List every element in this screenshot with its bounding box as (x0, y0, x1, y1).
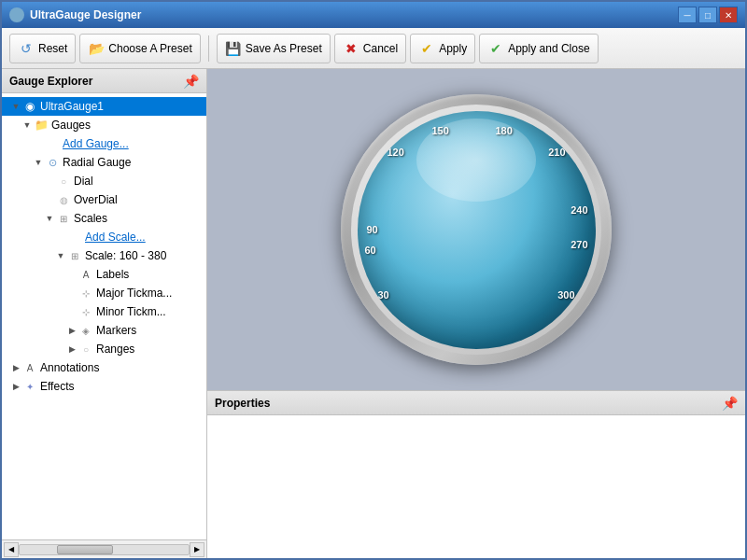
cancel-icon: ✖ (343, 40, 359, 57)
reset-label: Reset (38, 42, 67, 55)
dial-icon: ○ (56, 174, 71, 189)
tree-label-scale-range: Scale: 160 - 380 (85, 249, 166, 262)
tree-item-minor-tickmarks[interactable]: ⊹ Minor Tickm... (2, 302, 206, 321)
major-tick-icon: ⊹ (78, 286, 93, 301)
effects-icon: ✦ (22, 379, 37, 394)
reset-button[interactable]: ↺ Reset (9, 34, 76, 63)
tree-item-ultragauge1[interactable]: ▼ ◉ UltraGauge1 (2, 97, 206, 116)
tree-label-overdial: OverDial (74, 193, 118, 206)
tree-item-scale-range[interactable]: ▼ ⊞ Scale: 160 - 380 (2, 246, 206, 265)
tree-item-add-gauge[interactable]: Add Gauge... (2, 134, 206, 153)
tree-link-add-scale[interactable]: Add Scale... (85, 231, 146, 244)
tree-item-labels[interactable]: A Labels (2, 265, 206, 284)
tree-label-gauges: Gauges (51, 119, 91, 132)
tree-label-effects: Effects (40, 380, 74, 393)
labels-icon: A (78, 267, 93, 282)
expand-icon-scale-range[interactable]: ▼ (54, 249, 67, 262)
minimize-button[interactable]: ─ (678, 7, 697, 23)
tree-item-markers[interactable]: ▶ ◈ Markers (2, 321, 206, 340)
tree-link-add-gauge[interactable]: Add Gauge... (63, 137, 129, 150)
toolbar: ↺ Reset 📂 Choose A Preset 💾 Save As Pres… (2, 28, 745, 69)
tree-item-add-scale[interactable]: Add Scale... (2, 228, 206, 246)
cancel-button[interactable]: ✖ Cancel (334, 34, 406, 63)
tree-label-markers: Markers (96, 324, 136, 337)
tree-item-overdial[interactable]: ◍ OverDial (2, 190, 206, 209)
minor-tick-icon: ⊹ (78, 304, 93, 319)
maximize-button[interactable]: □ (698, 7, 717, 23)
tree-label-annotations: Annotations (40, 361, 99, 374)
radial-icon: ⊙ (45, 155, 60, 170)
apply-icon: ✔ (418, 40, 435, 57)
tree-item-gauges[interactable]: ▼ 📁 Gauges (2, 116, 206, 134)
expand-icon-effects[interactable]: ▶ (9, 380, 22, 393)
tree-item-ranges[interactable]: ▶ ○ Ranges (2, 340, 206, 358)
toolbar-separator-1 (208, 35, 209, 62)
properties-pin-icon[interactable]: 📌 (722, 396, 738, 411)
tree-label-radial-gauge: Radial Gauge (63, 156, 131, 169)
apply-close-label: Apply and Close (508, 42, 589, 55)
gauge-icon: ◉ (22, 99, 37, 114)
scroll-right-button[interactable]: ▶ (190, 542, 204, 557)
gauge-number-120: 120 (388, 147, 404, 158)
reset-icon: ↺ (18, 40, 35, 57)
tree-item-effects[interactable]: ▶ ✦ Effects (2, 377, 206, 396)
ranges-icon: ○ (78, 342, 93, 357)
window-title: UltraGauge Designer (30, 8, 678, 21)
tree-label-labels: Labels (96, 268, 129, 281)
apply-close-button[interactable]: ✔ Apply and Close (479, 34, 598, 63)
properties-panel: Properties 📌 (207, 390, 745, 558)
scroll-left-button[interactable]: ◀ (4, 542, 19, 557)
expand-spacer-add-scale (54, 231, 67, 244)
expand-icon-annotations[interactable]: ▶ (9, 361, 22, 374)
scales-icon: ⊞ (56, 211, 71, 226)
annotations-icon: A (22, 360, 37, 375)
scale-range-icon: ⊞ (67, 248, 82, 263)
scrollbar-thumb[interactable] (57, 545, 113, 554)
expand-spacer-minor (65, 305, 78, 318)
properties-header: Properties 📌 (207, 391, 745, 415)
scrollbar-track[interactable] (19, 544, 190, 555)
expand-icon-gauges[interactable]: ▼ (21, 119, 34, 132)
folder-icon-gauges: 📁 (34, 118, 49, 133)
expand-icon-ranges[interactable]: ▶ (65, 343, 78, 356)
close-button[interactable]: ✕ (719, 7, 738, 23)
add-icon (45, 136, 60, 151)
expand-icon-markers[interactable]: ▶ (65, 324, 78, 337)
gauge-face: 30 60 90 120 150 180 210 240 270 300 (358, 111, 596, 349)
window-controls: ─ □ ✕ (678, 7, 738, 23)
tree-item-annotations[interactable]: ▶ A Annotations (2, 358, 206, 377)
tree-item-major-tickmarks[interactable]: ⊹ Major Tickma... (2, 284, 206, 302)
gauge-outer-ring: 30 60 90 120 150 180 210 240 270 300 (341, 94, 612, 365)
expand-icon-ultragauge1[interactable]: ▼ (9, 100, 22, 113)
gauge-scale-labels: 30 60 90 120 150 180 210 240 270 300 (358, 111, 596, 349)
sidebar-header: Gauge Explorer 📌 (2, 69, 206, 93)
gauge-number-90: 90 (367, 224, 378, 235)
apply-label: Apply (439, 42, 467, 55)
tree-label-dial: Dial (74, 175, 93, 188)
tree-item-dial[interactable]: ○ Dial (2, 172, 206, 190)
gauge-number-240: 240 (571, 204, 587, 216)
gauge-number-180: 180 (496, 125, 513, 136)
gauge-number-30: 30 (378, 289, 389, 301)
expand-icon-scales[interactable]: ▼ (43, 212, 56, 225)
add-scale-icon (67, 230, 82, 245)
cancel-label: Cancel (363, 42, 398, 55)
app-icon (9, 7, 24, 22)
save-icon: 💾 (225, 40, 242, 57)
choose-preset-button[interactable]: 📂 Choose A Preset (79, 34, 200, 63)
save-preset-label: Save As Preset (246, 42, 322, 55)
preset-icon: 📂 (88, 40, 105, 57)
tree-label-ultragauge1: UltraGauge1 (40, 100, 104, 113)
main-content: Gauge Explorer 📌 ▼ ◉ UltraGauge1 ▼ 📁 Gau… (2, 69, 745, 558)
tree-item-scales[interactable]: ▼ ⊞ Scales (2, 209, 206, 228)
sidebar-scrollbar[interactable]: ◀ ▶ (2, 539, 206, 558)
expand-spacer-major (65, 287, 78, 300)
save-preset-button[interactable]: 💾 Save As Preset (217, 34, 331, 63)
expand-icon-radial-gauge[interactable]: ▼ (32, 156, 45, 169)
properties-title: Properties (215, 397, 270, 410)
gauge-number-60: 60 (365, 245, 376, 256)
tree-item-radial-gauge[interactable]: ▼ ⊙ Radial Gauge (2, 153, 206, 172)
apply-button[interactable]: ✔ Apply (410, 34, 475, 63)
sidebar-pin-icon[interactable]: 📌 (183, 74, 199, 89)
sidebar-tree[interactable]: ▼ ◉ UltraGauge1 ▼ 📁 Gauges Add Gauge... (2, 93, 206, 539)
